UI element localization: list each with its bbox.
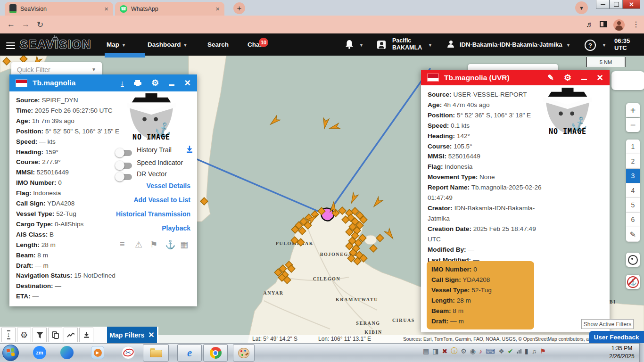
- hide-vessels-button[interactable]: ⚓: [626, 275, 640, 289]
- layer-button-5[interactable]: 5: [626, 198, 640, 213]
- tab-search-chevron[interactable]: ▼: [575, 1, 588, 14]
- tray-printer-icon[interactable]: ⚙: [461, 347, 467, 355]
- taskbar-ie-button[interactable]: e: [177, 344, 202, 362]
- taskbar-chrome-button[interactable]: [203, 344, 228, 362]
- tray-network-disabled-icon[interactable]: ✖: [442, 347, 447, 355]
- chevron-down-icon[interactable]: ▼: [602, 43, 606, 48]
- vessel-marker-moving[interactable]: [385, 229, 395, 240]
- ship-icon[interactable]: ⚓: [165, 239, 175, 250]
- taskbar-explorer-button[interactable]: [143, 344, 169, 362]
- new-tab-button[interactable]: +: [233, 2, 245, 14]
- vessel-marker-anchored[interactable]: [20, 56, 27, 63]
- vessel-marker-anchored[interactable]: [291, 237, 298, 244]
- tray-tpm-icon[interactable]: ⓘ: [451, 347, 457, 355]
- download-icon[interactable]: ↓: [121, 79, 124, 87]
- tab-close-icon[interactable]: ×: [104, 5, 108, 12]
- trail-download-icon[interactable]: [186, 145, 193, 153]
- panel-header[interactable]: Tb.magnolia ↓ ⚙ ×: [9, 74, 197, 91]
- minimize-icon[interactable]: [581, 79, 587, 80]
- taskbar-paint-button[interactable]: [233, 344, 255, 362]
- zoom-in-button[interactable]: +: [626, 103, 640, 117]
- nav-item-dashboard[interactable]: Dashboard▼: [148, 41, 187, 48]
- chevron-down-icon[interactable]: ▼: [428, 43, 432, 48]
- print-icon[interactable]: [134, 80, 141, 86]
- nav-item-search[interactable]: Search: [207, 41, 229, 48]
- user-name[interactable]: IDN-Bakamla-IDN-Bakamla-Jatmika: [460, 41, 562, 48]
- tray-action-center-flag-icon[interactable]: ⚑: [540, 347, 546, 355]
- gear-icon[interactable]: ⚙: [151, 79, 159, 87]
- download-icon[interactable]: [79, 328, 93, 342]
- taskbar-edge-icon[interactable]: [60, 346, 74, 359]
- copy-icon[interactable]: [48, 328, 62, 342]
- gear-icon[interactable]: ⚙: [564, 74, 571, 82]
- locate-button[interactable]: [626, 253, 640, 267]
- media-extension-icon[interactable]: ♬: [586, 20, 594, 29]
- close-icon[interactable]: ×: [597, 73, 603, 83]
- hamburger-menu-icon[interactable]: [6, 41, 15, 51]
- help-icon[interactable]: ?: [585, 40, 596, 51]
- vessel-marker-moving[interactable]: [349, 192, 358, 204]
- panel-header[interactable]: Tb.magnolia (UVR) ✎ ⚙ ×: [421, 70, 610, 85]
- chevron-down-icon[interactable]: ▼: [566, 43, 570, 48]
- vessel-marker-moving[interactable]: [322, 118, 329, 129]
- vessel-marker-anchored[interactable]: [376, 234, 384, 242]
- taskbar-zoom-icon[interactable]: zm: [33, 346, 46, 359]
- show-desktop-button[interactable]: [639, 343, 644, 362]
- vessel-marker-moving[interactable]: [330, 202, 337, 213]
- draw-pencil-button[interactable]: ✎: [626, 227, 640, 242]
- tray-disc-icon[interactable]: ◉: [470, 347, 476, 355]
- tray-volume-icon[interactable]: ♫: [532, 347, 537, 355]
- tray-battery-icon[interactable]: ▮: [525, 347, 528, 355]
- taskbar-clock[interactable]: 1:35 PM2/26/2025: [605, 345, 638, 361]
- layer-button-2[interactable]: 2: [626, 154, 640, 169]
- warning-icon[interactable]: ⚠: [135, 239, 142, 250]
- vessel-marker-anchored[interactable]: [297, 239, 305, 246]
- layer-button-6[interactable]: 6: [626, 213, 640, 227]
- vessel-marker-anchored[interactable]: [370, 245, 377, 252]
- vessel-marker-anchored[interactable]: [339, 207, 346, 214]
- flag-icon[interactable]: ⚑: [150, 239, 157, 250]
- taskbar-media-player-icon[interactable]: ▶: [91, 346, 104, 359]
- vessel-marker-moving[interactable]: [329, 123, 340, 131]
- window-restore-button[interactable]: [610, 0, 623, 9]
- taskbar-snipping-tool-icon[interactable]: ✂: [122, 346, 135, 359]
- tray-signal-icon[interactable]: [517, 349, 522, 354]
- org-name[interactable]: PacificBAKAMLA: [392, 37, 422, 51]
- profile-avatar[interactable]: [613, 19, 625, 31]
- browser-menu-icon[interactable]: ⋮: [632, 20, 640, 29]
- forward-icon[interactable]: →: [22, 20, 30, 29]
- tray-language-icon[interactable]: ⌨: [486, 347, 495, 355]
- measure-icon[interactable]: ↕: [1, 328, 16, 342]
- layer-button-3-selected[interactable]: 3: [626, 169, 640, 183]
- gear-icon[interactable]: ⚙: [17, 328, 31, 342]
- vessel-marker-moving[interactable]: [269, 115, 281, 126]
- layer-button-1[interactable]: 1: [626, 140, 640, 154]
- chevron-down-icon[interactable]: ▼: [359, 43, 363, 48]
- playback-link[interactable]: Playback: [162, 224, 190, 232]
- edit-pencil-icon[interactable]: ✎: [548, 74, 554, 82]
- tray-settings-icon[interactable]: ❖: [498, 347, 504, 355]
- tray-audio-icon[interactable]: ♪: [479, 347, 482, 355]
- speed-indicator-toggle[interactable]: [116, 163, 132, 169]
- calendar-icon[interactable]: ▦: [180, 239, 188, 250]
- side-panel-icon[interactable]: [600, 21, 607, 27]
- vessel-marker-anchored[interactable]: [3, 58, 10, 65]
- tray-display-icon[interactable]: ▤: [423, 347, 429, 355]
- vessel-marker-anchored[interactable]: [200, 197, 208, 205]
- history-trail-toggle[interactable]: [116, 150, 132, 156]
- tab-seavision[interactable]: SeaVision ×: [5, 2, 113, 16]
- layer-button-4[interactable]: 4: [626, 183, 640, 198]
- minimize-icon[interactable]: [169, 84, 174, 86]
- filter-icon[interactable]: [33, 328, 47, 342]
- tray-security-check-icon[interactable]: ✔: [508, 347, 513, 355]
- add-vessel-to-list-link[interactable]: Add Vessel to List: [133, 196, 190, 204]
- historical-transmission-link[interactable]: Historical Transmission: [116, 210, 190, 218]
- vessel-marker-moving[interactable]: [372, 197, 382, 209]
- notifications-bell-icon[interactable]: [345, 40, 354, 49]
- vessel-details-link[interactable]: Vessel Details: [147, 182, 190, 189]
- user-feedback-button[interactable]: User Feedback: [589, 331, 644, 343]
- show-active-filters-button[interactable]: Show Active Filters: [581, 319, 634, 329]
- start-button[interactable]: [2, 345, 19, 361]
- zoom-out-button[interactable]: −: [626, 118, 640, 132]
- refresh-icon[interactable]: ↻: [37, 20, 43, 30]
